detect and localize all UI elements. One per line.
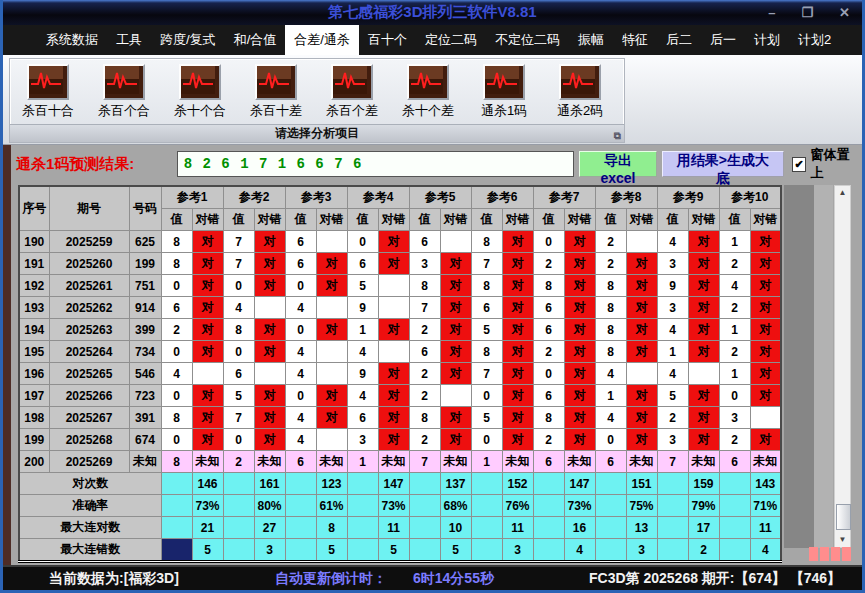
row-number[interactable]: 734	[129, 341, 161, 363]
row-number[interactable]: 391	[129, 407, 161, 429]
cell-value[interactable]: 3	[409, 253, 440, 275]
summary-spacer-cell[interactable]	[409, 473, 440, 495]
cell-judge[interactable]	[440, 385, 471, 407]
cell-value[interactable]: 8	[161, 407, 192, 429]
summary-value-cell[interactable]: 8	[316, 517, 347, 539]
cell-value[interactable]: 6	[471, 297, 502, 319]
cell-value[interactable]: 9	[347, 297, 378, 319]
cell-judge[interactable]: 对	[502, 275, 533, 297]
cell-judge[interactable]: 对	[502, 319, 533, 341]
cell-value[interactable]: 6	[161, 297, 192, 319]
cell-value[interactable]: 2	[719, 297, 750, 319]
cell-value[interactable]: 1	[347, 319, 378, 341]
cell-value[interactable]: 0	[161, 341, 192, 363]
cell-value[interactable]: 7	[223, 231, 254, 253]
cell-value[interactable]: 3	[347, 429, 378, 451]
cell-judge[interactable]: 对	[688, 319, 719, 341]
summary-spacer-cell[interactable]	[657, 539, 688, 562]
cell-judge[interactable]: 对	[502, 385, 533, 407]
row-issue[interactable]: 2025266	[49, 385, 129, 407]
cell-judge[interactable]: 对	[440, 407, 471, 429]
summary-spacer-cell[interactable]	[161, 539, 192, 562]
cell-judge[interactable]: 对	[564, 319, 595, 341]
cell-judge[interactable]: 对	[564, 429, 595, 451]
cell-value[interactable]: 6	[285, 451, 316, 473]
vertical-scrollbar[interactable]: ▲ ▼	[834, 185, 851, 548]
summary-value-cell[interactable]: 11	[750, 517, 781, 539]
cell-value[interactable]: 0	[471, 385, 502, 407]
cell-value[interactable]: 3	[657, 253, 688, 275]
summary-value-cell[interactable]: 143	[750, 473, 781, 495]
cell-value[interactable]: 0	[285, 319, 316, 341]
summary-spacer-cell[interactable]	[223, 517, 254, 539]
cell-value[interactable]: 7	[657, 451, 688, 473]
ribbon-button-2[interactable]: 杀百个合	[86, 59, 162, 120]
summary-value-cell[interactable]: 147	[378, 473, 409, 495]
cell-value[interactable]: 4	[161, 363, 192, 385]
summary-spacer-cell[interactable]	[161, 473, 192, 495]
cell-judge[interactable]: 对	[626, 385, 657, 407]
summary-value-cell[interactable]: 3	[254, 539, 285, 562]
cell-judge[interactable]: 对	[502, 363, 533, 385]
cell-value[interactable]: 6	[719, 451, 750, 473]
cell-value[interactable]: 8	[161, 253, 192, 275]
row-index[interactable]: 196	[19, 363, 49, 385]
cell-value[interactable]: 7	[471, 363, 502, 385]
cell-judge[interactable]: 对	[626, 319, 657, 341]
cell-judge[interactable]	[316, 297, 347, 319]
cell-value[interactable]: 8	[471, 275, 502, 297]
row-issue[interactable]: 2025267	[49, 407, 129, 429]
cell-judge[interactable]: 对	[688, 297, 719, 319]
cell-judge[interactable]	[626, 231, 657, 253]
cell-judge[interactable]: 对	[564, 363, 595, 385]
row-index[interactable]: 193	[19, 297, 49, 319]
cell-judge[interactable]: 对	[750, 253, 781, 275]
cell-judge[interactable]: 对	[502, 253, 533, 275]
cell-judge[interactable]: 对	[316, 253, 347, 275]
cell-judge[interactable]: 未知	[502, 451, 533, 473]
summary-spacer-cell[interactable]	[595, 495, 626, 517]
ribbon-button-7[interactable]: 通杀1码	[466, 59, 542, 120]
cell-judge[interactable]	[316, 231, 347, 253]
summary-value-cell[interactable]: 5	[192, 539, 223, 562]
summary-value-cell[interactable]: 3	[626, 539, 657, 562]
cell-value[interactable]: 6	[347, 407, 378, 429]
cell-value[interactable]: 2	[595, 231, 626, 253]
row-index[interactable]: 190	[19, 231, 49, 253]
row-number[interactable]: 未知	[129, 451, 161, 473]
cell-value[interactable]: 9	[347, 363, 378, 385]
summary-spacer-cell[interactable]	[595, 517, 626, 539]
cell-value[interactable]: 8	[533, 275, 564, 297]
cell-judge[interactable]: 对	[502, 429, 533, 451]
summary-value-cell[interactable]: 3	[502, 539, 533, 562]
cell-value[interactable]: 8	[471, 341, 502, 363]
cell-value[interactable]: 4	[719, 275, 750, 297]
cell-judge[interactable]: 对	[688, 231, 719, 253]
cell-judge[interactable]: 对	[316, 275, 347, 297]
cell-value[interactable]: 2	[657, 407, 688, 429]
cell-judge[interactable]: 对	[440, 297, 471, 319]
menu-item-14[interactable]: 计划2	[789, 25, 840, 55]
cell-judge[interactable]: 未知	[440, 451, 471, 473]
summary-value-cell[interactable]: 4	[564, 539, 595, 562]
row-number[interactable]: 674	[129, 429, 161, 451]
cell-judge[interactable]: 对	[750, 275, 781, 297]
summary-spacer-cell[interactable]	[471, 473, 502, 495]
row-number[interactable]: 914	[129, 297, 161, 319]
cell-judge[interactable]: 对	[254, 385, 285, 407]
summary-spacer-cell[interactable]	[657, 495, 688, 517]
scrollbar-thumb[interactable]	[836, 504, 851, 530]
cell-value[interactable]: 5	[657, 385, 688, 407]
summary-spacer-cell[interactable]	[719, 517, 750, 539]
summary-spacer-cell[interactable]	[347, 495, 378, 517]
row-issue[interactable]: 2025265	[49, 363, 129, 385]
cell-judge[interactable]: 对	[440, 429, 471, 451]
menu-item-10[interactable]: 特征	[613, 25, 657, 55]
cell-judge[interactable]: 对	[688, 275, 719, 297]
row-number[interactable]: 399	[129, 319, 161, 341]
menu-item-13[interactable]: 计划	[745, 25, 789, 55]
cell-judge[interactable]: 对	[192, 319, 223, 341]
cell-value[interactable]: 4	[285, 429, 316, 451]
cell-value[interactable]: 4	[223, 297, 254, 319]
cell-judge[interactable]: 对	[688, 385, 719, 407]
